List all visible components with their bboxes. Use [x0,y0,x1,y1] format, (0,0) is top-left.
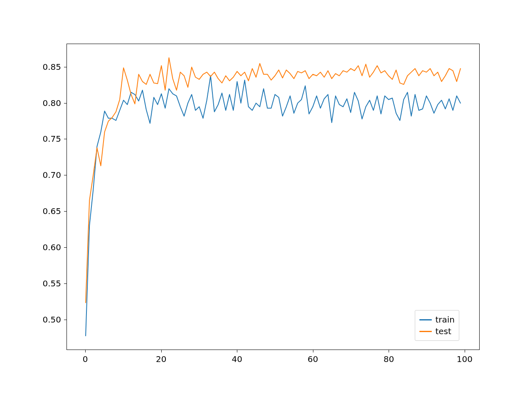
xtick-mark [237,350,237,352]
legend: train test [415,310,459,341]
ytick-label: 0.70 [42,170,61,180]
line-train [86,76,461,336]
legend-swatch-train [419,319,432,320]
figure: train test 0204060801000.500.550.600.650… [0,0,532,399]
ytick-label: 0.55 [42,278,61,288]
xtick-mark [465,350,465,352]
ytick-mark [64,211,66,212]
ytick-label: 0.80 [42,98,61,108]
ytick-label: 0.60 [42,242,61,252]
ytick-mark [64,247,66,248]
plot-svg [67,44,479,350]
xtick-label: 0 [83,354,88,364]
ytick-mark [64,283,66,284]
ytick-label: 0.75 [42,134,61,144]
ytick-label: 0.85 [42,62,61,72]
ytick-mark [64,320,66,320]
line-test [86,58,461,303]
xtick-mark [161,350,162,352]
xtick-label: 40 [232,354,242,364]
xtick-mark [389,350,389,352]
xtick-label: 60 [308,354,318,364]
xtick-mark [313,350,313,352]
legend-label-test: test [435,326,451,336]
legend-item-test: test [419,325,455,337]
xtick-label: 100 [457,354,473,364]
ytick-mark [64,67,66,67]
legend-swatch-test [419,331,432,332]
ytick-label: 0.50 [42,315,61,325]
ytick-mark [64,103,66,103]
xtick-label: 20 [156,354,166,364]
axes [66,44,480,350]
xtick-mark [85,350,86,352]
ytick-mark [64,175,66,175]
ytick-label: 0.65 [42,206,61,216]
xtick-label: 80 [384,354,394,364]
legend-label-train: train [435,315,455,325]
legend-item-train: train [419,314,455,325]
ytick-mark [64,139,66,139]
